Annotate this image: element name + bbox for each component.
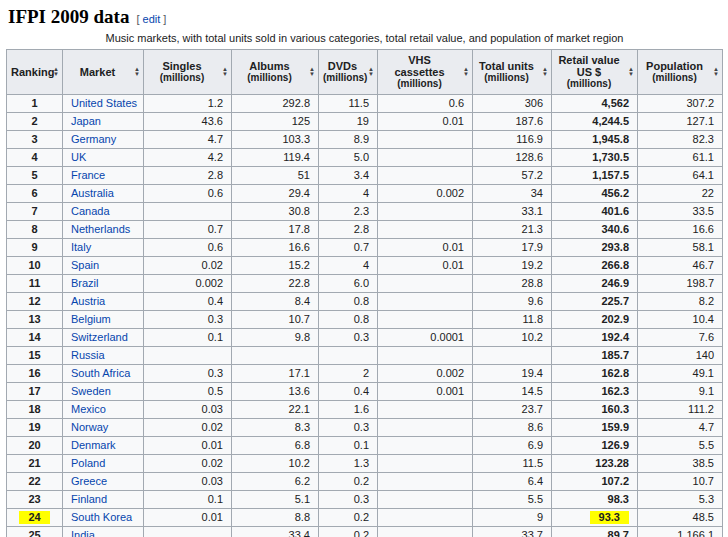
cell-dvds: 4 (319, 185, 378, 203)
sort-icon: ▲▼ (53, 67, 59, 77)
cell-dvds: 8.9 (319, 131, 378, 149)
table-row: 24South Korea0.018.80.2993.348.5 (7, 509, 723, 527)
cell-vhs-cassettes (378, 527, 473, 537)
market-link[interactable]: Switzerland (71, 331, 128, 343)
market-link[interactable]: Brazil (71, 277, 99, 289)
cell-vhs-cassettes (378, 275, 473, 293)
sort-icon: ▲▼ (463, 67, 469, 77)
column-label: (millions) (642, 72, 707, 84)
market-link[interactable]: Spain (71, 259, 99, 271)
table-row: 6Australia0.629.440.00234456.222 (7, 185, 723, 203)
market-link[interactable]: Italy (71, 241, 91, 253)
market-link[interactable]: Netherlands (71, 223, 130, 235)
cell-ranking: 8 (7, 221, 63, 239)
cell-total-units: 306 (473, 95, 552, 113)
cell-total-units: 6.4 (473, 473, 552, 491)
column-header-albums[interactable]: Albums(millions)▲▼ (232, 50, 319, 95)
table-row: 20Denmark0.016.80.16.9126.95.5 (7, 437, 723, 455)
column-header-population[interactable]: Population(millions)▲▼ (638, 50, 723, 95)
sort-icon: ▲▼ (713, 67, 719, 77)
column-header-market[interactable]: Market▲▼ (63, 50, 144, 95)
cell-total-units: 9.6 (473, 293, 552, 311)
cell-ranking: 25 (7, 527, 63, 537)
cell-total-units: 34 (473, 185, 552, 203)
market-link[interactable]: Sweden (71, 385, 111, 397)
table-row: 4UK4.2119.45.0128.61,730.561.1 (7, 149, 723, 167)
cell-dvds: 2 (319, 365, 378, 383)
table-row: 11Brazil0.00222.86.028.8246.9198.7 (7, 275, 723, 293)
cell-market: Belgium (63, 311, 144, 329)
table-row: 12Austria0.48.40.89.6225.78.2 (7, 293, 723, 311)
cell-total-units: 17.9 (473, 239, 552, 257)
market-link[interactable]: Denmark (71, 439, 116, 451)
market-link[interactable]: Canada (71, 205, 110, 217)
table-row: 16South Africa0.317.120.00219.4162.849.1 (7, 365, 723, 383)
market-link[interactable]: Mexico (71, 403, 106, 415)
market-link[interactable]: Japan (71, 115, 101, 127)
cell-population: 307.2 (638, 95, 723, 113)
cell-retail-value: 98.3 (552, 491, 638, 509)
market-link[interactable]: France (71, 169, 105, 181)
cell-albums: 5.1 (232, 491, 319, 509)
cell-ranking: 6 (7, 185, 63, 203)
edit-bracket-close: ] (163, 13, 166, 25)
cell-singles: 4.2 (144, 149, 232, 167)
market-link[interactable]: Russia (71, 349, 105, 361)
market-link[interactable]: Finland (71, 493, 107, 505)
cell-market: Sweden (63, 383, 144, 401)
cell-ranking: 19 (7, 419, 63, 437)
cell-vhs-cassettes (378, 437, 473, 455)
cell-total-units: 19.2 (473, 257, 552, 275)
cell-ranking: 7 (7, 203, 63, 221)
cell-total-units: 8.6 (473, 419, 552, 437)
cell-singles: 0.4 (144, 293, 232, 311)
cell-ranking: 13 (7, 311, 63, 329)
table-body: 1United States1.2292.811.50.63064,562307… (7, 95, 723, 537)
market-link[interactable]: Australia (71, 187, 114, 199)
market-link[interactable]: India (71, 529, 95, 537)
edit-link[interactable]: edit (143, 13, 161, 25)
edit-bracket-open: [ (136, 13, 139, 25)
cell-population: 140 (638, 347, 723, 365)
cell-market: Finland (63, 491, 144, 509)
cell-singles: 0.01 (144, 509, 232, 527)
market-link[interactable]: Austria (71, 295, 105, 307)
market-link[interactable]: South Africa (71, 367, 130, 379)
cell-ranking: 16 (7, 365, 63, 383)
column-header-total-units[interactable]: Total units(millions)▲▼ (473, 50, 552, 95)
cell-albums: 17.1 (232, 365, 319, 383)
market-link[interactable]: United States (71, 97, 137, 109)
market-link[interactable]: Belgium (71, 313, 111, 325)
cell-total-units: 6.9 (473, 437, 552, 455)
column-header-ranking[interactable]: Ranking▲▼ (7, 50, 63, 95)
column-header-dvds[interactable]: DVDs(millions)▲▼ (319, 50, 378, 95)
cell-ranking: 12 (7, 293, 63, 311)
cell-retail-value: 340.6 (552, 221, 638, 239)
market-link[interactable]: Germany (71, 133, 116, 145)
cell-vhs-cassettes: 0.002 (378, 365, 473, 383)
cell-retail-value: 1,730.5 (552, 149, 638, 167)
cell-retail-value: 1,945.8 (552, 131, 638, 149)
market-link[interactable]: Greece (71, 475, 107, 487)
table-row: 7Canada30.82.333.1401.633.5 (7, 203, 723, 221)
cell-market: Brazil (63, 275, 144, 293)
cell-dvds: 0.1 (319, 437, 378, 455)
cell-retail-value: 93.3 (552, 509, 638, 527)
column-label: Market (67, 66, 128, 78)
cell-total-units: 21.3 (473, 221, 552, 239)
cell-market: Spain (63, 257, 144, 275)
highlighted-value: 24 (19, 511, 49, 524)
column-label: (millions) (556, 78, 622, 90)
market-link[interactable]: UK (71, 151, 86, 163)
column-header-singles[interactable]: Singles(millions)▲▼ (144, 50, 232, 95)
market-link[interactable]: Poland (71, 457, 105, 469)
cell-albums: 15.2 (232, 257, 319, 275)
cell-retail-value: 107.2 (552, 473, 638, 491)
market-link[interactable]: Norway (71, 421, 108, 433)
market-link[interactable]: South Korea (71, 511, 132, 523)
cell-total-units: 187.6 (473, 113, 552, 131)
column-header-vhs-cassettes[interactable]: VHS cassettes(millions)▲▼ (378, 50, 473, 95)
cell-population: 5.5 (638, 437, 723, 455)
column-header-retail-value[interactable]: Retail valueUS $(millions)▲▼ (552, 50, 638, 95)
cell-total-units: 33.1 (473, 203, 552, 221)
